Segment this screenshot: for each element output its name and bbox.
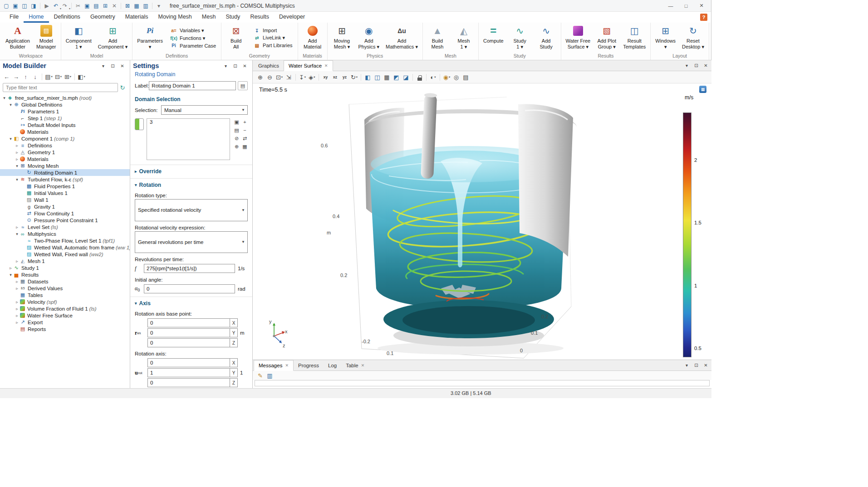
expand-arrow-icon[interactable]: ▹: [15, 150, 20, 155]
base-point-z-input[interactable]: [147, 338, 230, 347]
tree-item-fluid-properties-1[interactable]: ▩Fluid Properties 1: [0, 183, 130, 190]
panel-menu-icon[interactable]: ▾: [682, 61, 691, 70]
tree-item-moving-mesh[interactable]: ▾⊞Moving Mesh: [0, 162, 130, 169]
tab-progress[interactable]: Progress: [294, 360, 324, 370]
tree-item-wall-1[interactable]: ▨Wall 1: [0, 196, 130, 203]
collapse-arrow-icon[interactable]: ▾: [15, 164, 20, 168]
selection-combo[interactable]: Manual ▼: [161, 105, 248, 115]
ribbon-study-1[interactable]: ∿Study1 ▾: [507, 24, 533, 52]
tree-item-rotating-domain-1[interactable]: ↻Rotating Domain 1: [0, 169, 130, 176]
tree-item-step-1[interactable]: ⌐Step 1(step 1): [0, 115, 130, 122]
ribbon-application-builder[interactable]: AApplicationBuilder: [2, 24, 33, 52]
tree-item-multiphysics[interactable]: ▾∞Multiphysics: [0, 230, 130, 237]
tab-messages[interactable]: Messages✕: [254, 360, 294, 371]
expand-arrow-icon[interactable]: ▹: [15, 157, 20, 161]
paste-icon[interactable]: ▤: [92, 2, 101, 10]
show-options-icon[interactable]: ▤▾: [44, 73, 53, 81]
ribbon-moving-mesh[interactable]: ⊞MovingMesh ▾: [329, 24, 355, 52]
tab-water-surface[interactable]: Water Surface✕: [284, 60, 333, 71]
show-material-color-icon[interactable]: ◧: [363, 73, 372, 82]
new-file-icon[interactable]: ▢: [2, 2, 11, 10]
expand-arrow-icon[interactable]: ▹: [8, 266, 13, 270]
add-node-icon[interactable]: ⊠: [123, 2, 132, 10]
expand-arrow-icon[interactable]: ▹: [15, 313, 20, 318]
tree-item-water-free-surface[interactable]: ▹Water Free Surface: [0, 312, 130, 319]
ribbon-water-free-surface[interactable]: Water FreeSurface ▾: [563, 24, 594, 52]
go-forward-icon[interactable]: →: [12, 73, 20, 81]
model-tree-options-icon[interactable]: ◧▾: [77, 73, 86, 81]
ribbon-add-study[interactable]: ∿AddStudy: [533, 24, 559, 52]
environment-icon[interactable]: ◐▾: [429, 73, 437, 82]
ribbon-build-mesh[interactable]: ▲BuildMesh: [424, 24, 451, 52]
customize-toolbar-icon[interactable]: ▾: [154, 2, 163, 10]
transparency-icon[interactable]: ◩: [392, 73, 401, 82]
expand-arrow-icon[interactable]: ▹: [15, 300, 20, 304]
snapshot-icon[interactable]: ◎: [452, 73, 461, 82]
collapse-all-icon[interactable]: ⊟▾: [54, 73, 63, 81]
tree-item-gravity-1[interactable]: gGravity 1: [0, 203, 130, 210]
ribbon-component-1[interactable]: ◧Component1 ▾: [63, 24, 95, 52]
xz-view-icon[interactable]: xz: [331, 73, 339, 82]
ribbon-parameters[interactable]: PiParameters▾: [134, 24, 166, 52]
rename-label-icon[interactable]: ▤: [238, 81, 248, 90]
close-tab-icon[interactable]: ✕: [361, 363, 365, 368]
selection-list[interactable]: 3: [147, 118, 230, 160]
ribbon-functions[interactable]: f(x)Functions ▾: [167, 34, 219, 42]
duplicate-icon[interactable]: ⊞: [101, 2, 110, 10]
move-down-icon[interactable]: ↓: [31, 73, 39, 81]
panel-close-icon[interactable]: ✕: [701, 61, 710, 70]
close-tab-icon[interactable]: ✕: [285, 363, 289, 368]
panel-menu-icon[interactable]: ▾: [682, 361, 691, 370]
tree-item-study-1[interactable]: ▹∿Study 1: [0, 264, 130, 271]
tree-item-materials[interactable]: ▹Materials: [0, 156, 130, 162]
open-in-window-icon[interactable]: ▥: [265, 371, 274, 380]
redo-icon[interactable]: ↷▾: [60, 2, 69, 10]
lock-view-icon[interactable]: [415, 73, 424, 82]
menu-geometry[interactable]: Geometry: [85, 12, 120, 23]
front-view-icon[interactable]: ◫: [373, 73, 382, 82]
panel-close-icon[interactable]: ✕: [240, 62, 249, 70]
collapse-arrow-icon[interactable]: ▾: [8, 102, 13, 107]
base-point-x-input[interactable]: [147, 318, 230, 327]
expand-arrow-icon[interactable]: ▹: [15, 286, 20, 291]
override-section[interactable]: ▸ Override: [130, 165, 252, 176]
ribbon-reset-desktop[interactable]: ↻ResetDesktop ▾: [679, 24, 707, 52]
axis-section[interactable]: ▾ Axis: [130, 297, 252, 308]
menu-study[interactable]: Study: [221, 12, 245, 23]
tree-item-datasets[interactable]: ▹▦Datasets: [0, 278, 130, 285]
cut-icon[interactable]: ✂: [74, 2, 83, 10]
graphics-canvas[interactable]: Time=5.5 s ▦ m/s 21.510.5 0.60.4m0.2-0.2…: [253, 83, 711, 360]
go-to-view-icon[interactable]: ↧▾: [298, 73, 307, 82]
tab-table[interactable]: Table✕: [341, 360, 369, 370]
open-file-icon[interactable]: ▣: [11, 2, 20, 10]
ribbon-livelink[interactable]: ⇄LiveLink ▾: [250, 34, 295, 42]
rotation-section[interactable]: ▾ Rotation: [130, 178, 252, 190]
tree-item-volume-fraction-of-fluid-1[interactable]: ▹Volume Fraction of Fluid 1(ls): [0, 305, 130, 312]
panel-detach-icon[interactable]: ⊡: [231, 62, 240, 70]
ribbon-add-physics[interactable]: ◉AddPhysics ▾: [355, 24, 383, 52]
zoom-in-icon[interactable]: ⊕: [256, 73, 265, 82]
collapse-arrow-icon[interactable]: ▾: [15, 177, 20, 182]
panel-detach-icon[interactable]: ⊡: [692, 61, 701, 70]
rotation-type-combo[interactable]: Specified rotational velocity ▼: [135, 199, 248, 221]
undo-icon[interactable]: ↶▾: [51, 2, 60, 10]
menu-file[interactable]: File: [5, 12, 24, 23]
plot-window-icon[interactable]: ▦: [699, 86, 706, 93]
swap-selection-icon[interactable]: ⇄: [241, 135, 249, 142]
expand-arrow-icon[interactable]: ▹: [15, 279, 20, 284]
view-orientation-icon[interactable]: ◈▾: [308, 73, 316, 82]
tree-item-flow-continuity-1[interactable]: ⇄Flow Continuity 1: [0, 210, 130, 217]
print-icon[interactable]: ▤: [461, 73, 470, 82]
ribbon-add-material[interactable]: AddMaterial: [299, 24, 326, 52]
tree-item-wetted-wall-fixed-wall[interactable]: ▨Wetted Wall, Fixed wall(ww2): [0, 251, 130, 258]
ribbon-add-plot-group[interactable]: ▧Add PlotGroup ▾: [593, 24, 620, 52]
panel-menu-icon[interactable]: ▾: [99, 62, 108, 70]
zoom-selection-icon[interactable]: ⊕: [233, 143, 240, 150]
minimize-button[interactable]: —: [663, 1, 678, 11]
tree-item-wetted-wall-automatic-from-frame[interactable]: ▨Wetted Wall, Automatic from frame(ww 1): [0, 244, 130, 251]
ribbon-mesh-1[interactable]: ◭Mesh1 ▾: [451, 24, 477, 52]
previous-node-icon[interactable]: ▥: [141, 2, 150, 10]
velocity-expression-combo[interactable]: General revolutions per time ▼: [135, 231, 248, 253]
menu-definitions[interactable]: Definitions: [49, 12, 85, 23]
ribbon-build-all[interactable]: ⊠BuildAll: [223, 24, 249, 52]
